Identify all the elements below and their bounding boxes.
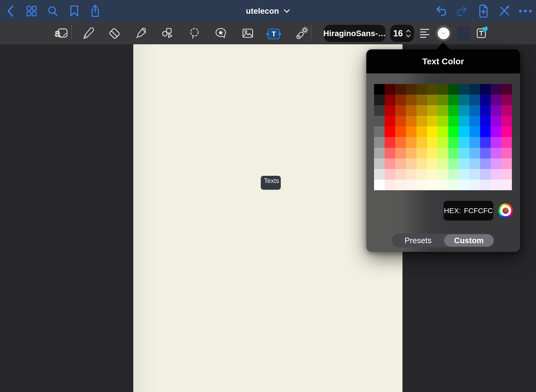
color-cell[interactable] bbox=[469, 169, 480, 180]
color-cell[interactable] bbox=[480, 180, 491, 190]
color-cell[interactable] bbox=[491, 105, 501, 116]
color-cell[interactable] bbox=[406, 180, 416, 190]
color-cell[interactable] bbox=[385, 158, 395, 169]
color-cell[interactable] bbox=[501, 148, 512, 158]
color-cell[interactable] bbox=[427, 158, 438, 169]
color-cell[interactable] bbox=[385, 180, 395, 190]
stop-editing-button[interactable] bbox=[498, 4, 511, 18]
highlighter-tool-button[interactable] bbox=[134, 26, 148, 40]
color-cell[interactable] bbox=[374, 126, 385, 137]
color-cell[interactable] bbox=[416, 137, 427, 148]
color-cell[interactable] bbox=[469, 84, 480, 95]
color-cell[interactable] bbox=[480, 158, 491, 169]
color-cell[interactable] bbox=[416, 126, 427, 137]
color-cell[interactable] bbox=[438, 105, 448, 116]
color-cell[interactable] bbox=[491, 137, 501, 148]
color-cell[interactable] bbox=[395, 158, 406, 169]
color-cell[interactable] bbox=[416, 116, 427, 126]
color-cell[interactable] bbox=[480, 84, 491, 95]
color-cell[interactable] bbox=[374, 116, 385, 126]
color-cell[interactable] bbox=[469, 126, 480, 137]
color-cell[interactable] bbox=[459, 169, 469, 180]
color-cell[interactable] bbox=[374, 148, 385, 158]
color-cell[interactable] bbox=[374, 84, 385, 95]
color-cell[interactable] bbox=[438, 84, 448, 95]
stickers-tool-button[interactable] bbox=[214, 26, 228, 40]
color-cell[interactable] bbox=[427, 95, 438, 105]
saved-text-styles-button[interactable] bbox=[474, 26, 490, 41]
color-cell[interactable] bbox=[374, 137, 385, 148]
color-cell[interactable] bbox=[395, 169, 406, 180]
color-cell[interactable] bbox=[406, 137, 416, 148]
redo-button[interactable] bbox=[456, 4, 469, 18]
color-cell[interactable] bbox=[501, 116, 512, 126]
color-cell[interactable] bbox=[480, 126, 491, 137]
color-cell[interactable] bbox=[395, 95, 406, 105]
color-cell[interactable] bbox=[459, 148, 469, 158]
pen-tool-button[interactable] bbox=[82, 26, 95, 40]
color-cell[interactable] bbox=[395, 180, 406, 190]
color-cell[interactable] bbox=[427, 126, 438, 137]
undo-button[interactable] bbox=[435, 4, 448, 18]
color-cell[interactable] bbox=[427, 137, 438, 148]
color-cell[interactable] bbox=[501, 84, 512, 95]
color-cell[interactable] bbox=[385, 105, 395, 116]
color-cell[interactable] bbox=[374, 158, 385, 169]
color-cell[interactable] bbox=[406, 148, 416, 158]
segment-custom-selected[interactable]: Custom bbox=[444, 234, 494, 247]
color-cell[interactable] bbox=[427, 169, 438, 180]
color-cell[interactable] bbox=[448, 116, 459, 126]
color-cell[interactable] bbox=[438, 180, 448, 190]
color-cell[interactable] bbox=[480, 95, 491, 105]
color-cell[interactable] bbox=[501, 126, 512, 137]
color-cell[interactable] bbox=[416, 148, 427, 158]
color-cell[interactable] bbox=[427, 148, 438, 158]
text-color-button[interactable] bbox=[436, 25, 451, 41]
color-cell[interactable] bbox=[427, 116, 438, 126]
text-background-color-button[interactable] bbox=[457, 26, 470, 41]
color-cell[interactable] bbox=[459, 180, 469, 190]
color-cell[interactable] bbox=[374, 105, 385, 116]
color-cell[interactable] bbox=[480, 169, 491, 180]
color-cell[interactable] bbox=[427, 105, 438, 116]
notebook-page[interactable] bbox=[133, 44, 402, 392]
hex-field[interactable]: HEX: FCFCFC bbox=[443, 201, 493, 221]
font-family-selector[interactable]: HiraginoSans-… bbox=[324, 25, 385, 42]
color-cell[interactable] bbox=[501, 180, 512, 190]
color-cell[interactable] bbox=[416, 180, 427, 190]
color-cell[interactable] bbox=[469, 180, 480, 190]
add-page-button[interactable] bbox=[477, 3, 490, 19]
color-cell[interactable] bbox=[480, 116, 491, 126]
color-cell[interactable] bbox=[448, 105, 459, 116]
more-options-button[interactable] bbox=[518, 6, 533, 16]
color-cell[interactable] bbox=[491, 148, 501, 158]
color-cell[interactable] bbox=[395, 84, 406, 95]
color-cell[interactable] bbox=[406, 84, 416, 95]
color-cell[interactable] bbox=[406, 116, 416, 126]
color-cell[interactable] bbox=[438, 158, 448, 169]
color-cell[interactable] bbox=[374, 95, 385, 105]
color-cell[interactable] bbox=[385, 95, 395, 105]
color-cell[interactable] bbox=[491, 95, 501, 105]
color-wheel-button[interactable] bbox=[498, 203, 513, 218]
color-cell[interactable] bbox=[416, 158, 427, 169]
color-cell[interactable] bbox=[406, 95, 416, 105]
share-button[interactable] bbox=[90, 3, 101, 19]
color-cell[interactable] bbox=[501, 105, 512, 116]
color-cell[interactable] bbox=[501, 158, 512, 169]
color-cell[interactable] bbox=[491, 180, 501, 190]
color-cell[interactable] bbox=[469, 158, 480, 169]
color-cell[interactable] bbox=[459, 126, 469, 137]
color-cell[interactable] bbox=[374, 169, 385, 180]
color-cell[interactable] bbox=[395, 137, 406, 148]
color-cell[interactable] bbox=[395, 126, 406, 137]
color-cell[interactable] bbox=[427, 180, 438, 190]
color-cell[interactable] bbox=[448, 84, 459, 95]
color-cell[interactable] bbox=[416, 169, 427, 180]
color-cell[interactable] bbox=[438, 126, 448, 137]
color-cell[interactable] bbox=[459, 95, 469, 105]
shapes-tool-button[interactable] bbox=[161, 26, 174, 40]
color-cell[interactable] bbox=[448, 180, 459, 190]
color-cell[interactable] bbox=[480, 148, 491, 158]
color-cell[interactable] bbox=[501, 95, 512, 105]
